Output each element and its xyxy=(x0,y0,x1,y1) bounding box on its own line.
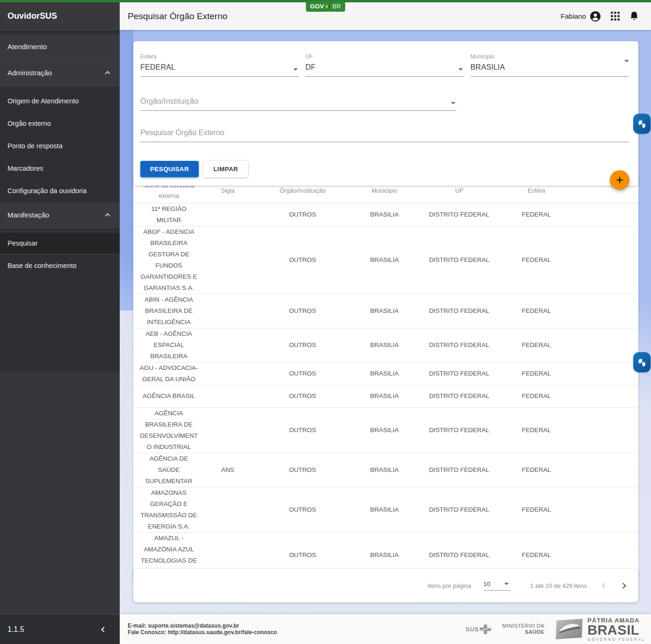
esfera-value: FEDERAL xyxy=(140,63,299,77)
orgao-instituicao-placeholder: Órgão/Instituição xyxy=(140,97,456,111)
chevron-up-icon xyxy=(105,71,110,76)
cell-filler xyxy=(569,203,638,226)
municipio-select[interactable]: Municipio BRASILIA xyxy=(470,53,629,77)
cell-esfera: FEDERAL xyxy=(504,328,569,362)
cell-uf: DISTRITO FEDERAL xyxy=(415,294,504,328)
governo-federal-logo: PÁTRIA AMADA BRASIL GOVERNO FEDERAL xyxy=(556,617,645,642)
sidebar-item-pesquisar[interactable]: Pesquisar xyxy=(0,232,120,254)
esfera-select[interactable]: Esfera FEDERAL xyxy=(140,53,299,77)
cell-orgao: OUTROS xyxy=(251,407,354,453)
footer: E-mail: suporte.sistemas@datasus.gov.br … xyxy=(120,614,651,644)
uf-select[interactable]: UF DF xyxy=(305,53,464,77)
sidebar-item-marcadores[interactable]: Marcadores xyxy=(0,157,120,180)
app-version: 1.1.5 xyxy=(7,625,24,634)
pesquisar-button[interactable]: PESQUISAR xyxy=(140,161,199,177)
cell-uf: DISTRITO FEDERAL xyxy=(415,487,504,532)
esfera-label: Esfera xyxy=(140,53,299,60)
cell-nome: AGÊNCIA BRASILEIRA DE DESENVOLVIMENTO IN… xyxy=(133,407,204,453)
apps-grid-icon[interactable] xyxy=(611,12,620,21)
cell-sigla xyxy=(204,294,251,328)
table-row[interactable]: ABIN - AGÊNCIA BRASILEIRA DE INTELIGÊNCI… xyxy=(133,294,638,328)
govbr-logo-gov: GOV xyxy=(310,3,324,10)
brand-line2: BRASIL xyxy=(587,624,645,637)
uf-label: UF xyxy=(305,53,464,60)
table-row[interactable]: AEB - AGÊNCIA ESPACIAL BRASILEIRA OUTROS… xyxy=(133,328,638,362)
table-row[interactable]: AMAZONAS GERAÇÃO E TRANSMISSÃO DE ENERGI… xyxy=(133,487,638,532)
sidebar-item-manifestacao[interactable]: Manifestação xyxy=(0,202,120,228)
sidebar: OuvidorSUS Atendimento Administração Ori… xyxy=(0,2,120,644)
sidebar-item-atendimento[interactable]: Atendimento xyxy=(0,34,120,60)
govbr-logo: GOV BR xyxy=(306,1,345,12)
chevron-up-icon xyxy=(105,213,110,218)
pagination-bar: Itens por página 10 1 até 10 de 429 iten… xyxy=(133,569,638,602)
cell-nome: AGÊNCIA DE SAÚDE SUPLEMENTAR xyxy=(133,453,204,487)
sus-logo-text: SUS xyxy=(466,626,479,633)
table-row[interactable]: AGU - ADVOCACIA-GERAL DA UNIÃO OUTROS BR… xyxy=(133,362,638,385)
cell-municipio: BRASILIA xyxy=(354,385,415,407)
cell-orgao: OUTROS xyxy=(251,294,354,328)
cell-uf: DISTRITO FEDERAL xyxy=(415,407,504,453)
pagination-range: 1 até 10 de 429 itens xyxy=(530,582,587,589)
limpar-button[interactable]: LIMPAR xyxy=(203,161,248,177)
cell-municipio: BRASILIA xyxy=(354,203,415,226)
next-page-icon[interactable] xyxy=(620,583,626,589)
add-orgao-externo-fab[interactable]: + xyxy=(610,170,629,190)
orgao-instituicao-select[interactable]: Órgão/Instituição xyxy=(140,97,456,111)
items-per-page-select[interactable]: 10 xyxy=(484,580,511,591)
user-name: Fabiano xyxy=(561,12,586,20)
vlibras-accessibility-button[interactable] xyxy=(633,114,651,134)
sidebar-item-administracao[interactable]: Administração xyxy=(0,60,120,86)
table-row[interactable]: AGÊNCIA BRASIL OUTROS BRASILIA DISTRITO … xyxy=(133,385,638,407)
cell-uf: DISTRITO FEDERAL xyxy=(415,362,504,385)
user-menu[interactable]: Fabiano xyxy=(561,11,601,22)
cell-esfera: FEDERAL xyxy=(504,203,569,226)
page-title: Pesquisar Órgão Externo xyxy=(120,11,227,22)
cell-esfera: FEDERAL xyxy=(504,294,569,328)
cell-nome: ABGF - AGENCIA BRASILEIRA GESTORA DE FUN… xyxy=(133,226,204,294)
table-row[interactable]: 11ª REGIÃO MILITAR OUTROS BRASILIA DISTR… xyxy=(133,203,638,226)
sidebar-item-label: Administração xyxy=(7,69,52,77)
cell-municipio: BRASILIA xyxy=(354,226,415,294)
cell-uf: DISTRITO FEDERAL xyxy=(415,453,504,487)
cell-orgao: OUTROS xyxy=(251,203,354,226)
cell-orgao: OUTROS xyxy=(251,226,354,294)
cell-municipio: BRASILIA xyxy=(354,294,415,328)
cell-uf: DISTRITO FEDERAL xyxy=(415,385,504,407)
sidebar-item-orgao-externo[interactable]: Orgão externo xyxy=(0,112,120,135)
footer-contact: Fale Conosco: http://datasus.saude.gov.b… xyxy=(128,629,277,636)
table-row[interactable]: AGÊNCIA BRASILEIRA DE DESENVOLVIMENTO IN… xyxy=(133,407,638,453)
collapse-sidebar-icon[interactable] xyxy=(101,627,106,632)
cell-sigla xyxy=(204,407,251,453)
vlibras-accessibility-button[interactable] xyxy=(633,352,651,372)
table-row[interactable]: AGÊNCIA DE SAÚDE SUPLEMENTAR ANS OUTROS … xyxy=(133,453,638,487)
govbr-logo-br: BR xyxy=(333,3,341,10)
cell-sigla xyxy=(204,385,251,407)
cell-sigla xyxy=(204,328,251,362)
cell-municipio: BRASILIA xyxy=(354,407,415,453)
cell-filler xyxy=(569,328,638,362)
sidebar-item-label: Orgão externo xyxy=(7,120,51,127)
cell-nome: ABIN - AGÊNCIA BRASILEIRA DE INTELIGÊNCI… xyxy=(133,294,204,328)
sign-language-hands-icon xyxy=(637,118,647,129)
cell-municipio: BRASILIA xyxy=(354,487,415,532)
dropdown-arrow-icon xyxy=(293,68,298,71)
notifications-bell-icon[interactable] xyxy=(629,11,639,22)
dropdown-arrow-icon xyxy=(451,102,456,104)
cell-uf: DISTRITO FEDERAL xyxy=(415,203,504,226)
sus-logo: SUS xyxy=(466,624,491,634)
sidebar-item-configuracao-da-ouvidoria[interactable]: Configuração da ouvidoria xyxy=(0,180,120,202)
search-orgao-externo-input[interactable] xyxy=(140,129,629,142)
search-field-wrap xyxy=(140,129,629,142)
sidebar-item-ponto-de-resposta[interactable]: Ponto de resposta xyxy=(0,135,120,157)
appbar: Pesquisar Órgão Externo Fabiano xyxy=(120,2,651,30)
cell-orgao: OUTROS xyxy=(251,453,354,487)
cell-nome: AGÊNCIA BRASIL xyxy=(133,385,204,407)
sign-language-hands-icon xyxy=(637,357,647,368)
sidebar-item-origem-de-atendimento[interactable]: Origem de Atendimento xyxy=(0,90,120,112)
cell-uf: DISTRITO FEDERAL xyxy=(415,328,504,362)
cell-uf: DISTRITO FEDERAL xyxy=(415,226,504,294)
plus-icon: + xyxy=(616,174,623,187)
sidebar-item-base-de-conhecimento[interactable]: Base de conhecimento xyxy=(0,254,120,277)
previous-page-icon[interactable] xyxy=(602,583,608,589)
table-row[interactable]: ABGF - AGENCIA BRASILEIRA GESTORA DE FUN… xyxy=(133,226,638,294)
